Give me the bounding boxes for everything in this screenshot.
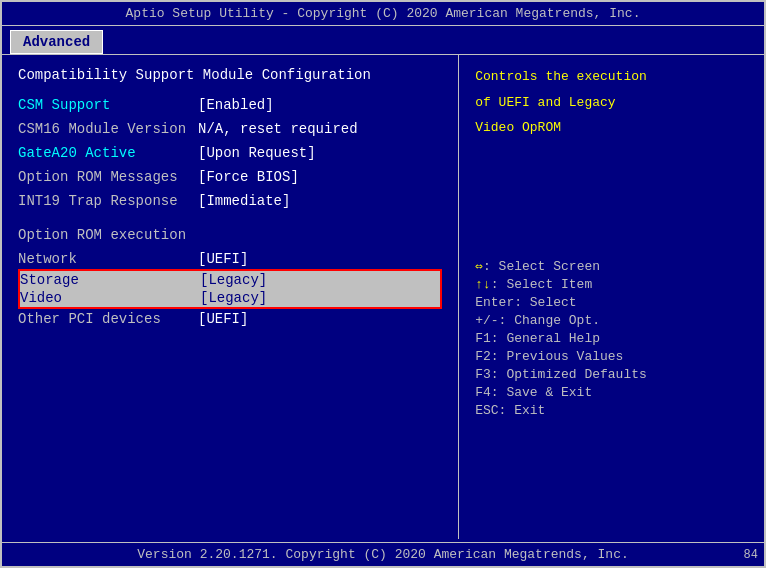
main-layout: Compatibility Support Module Configurati… [2,55,764,539]
gatea20-row[interactable]: GateA20 Active [Upon Request] [18,145,442,161]
tab-bar: Advanced [2,26,764,55]
network-row[interactable]: Network [UEFI] [18,251,442,267]
right-panel: Controls the execution of UEFI and Legac… [459,55,764,539]
tab-advanced[interactable]: Advanced [10,30,103,54]
bios-window: Aptio Setup Utility - Copyright (C) 2020… [0,0,766,568]
shortcut-f3: F3: Optimized Defaults [475,367,748,382]
title-text: Aptio Setup Utility - Copyright (C) 2020… [126,6,641,21]
int19-row[interactable]: INT19 Trap Response [Immediate] [18,193,442,209]
shortcuts-section: ⇔: Select Screen ↑↓: Select Item Enter: … [475,258,748,418]
shortcut-key-2: ↑↓ [475,277,491,292]
title-bar: Aptio Setup Utility - Copyright (C) 2020… [2,2,764,26]
corner-indicator: 84 [744,548,758,562]
shortcut-f1: F1: General Help [475,331,748,346]
other-pci-value: [UEFI] [198,311,248,327]
storage-row[interactable]: Storage [Legacy] [20,271,440,289]
help-line-1: Controls the execution [475,67,748,87]
storage-label: Storage [20,272,200,288]
help-text: Controls the execution of UEFI and Legac… [475,67,748,138]
network-label: Network [18,251,198,267]
csm16-label: CSM16 Module Version [18,121,198,137]
shortcut-select-screen: ⇔: Select Screen [475,258,748,274]
csm16-value: N/A, reset required [198,121,358,137]
section-title: Compatibility Support Module Configurati… [18,67,442,83]
csm16-row: CSM16 Module Version N/A, reset required [18,121,442,137]
shortcut-select-item: ↑↓: Select Item [475,277,748,292]
footer-bar: Version 2.20.1271. Copyright (C) 2020 Am… [2,542,764,566]
shortcut-key-1: ⇔ [475,259,483,274]
option-rom-messages-row[interactable]: Option ROM Messages [Force BIOS] [18,169,442,185]
int19-value: [Immediate] [198,193,290,209]
left-panel: Compatibility Support Module Configurati… [2,55,459,539]
network-value: [UEFI] [198,251,248,267]
option-rom-execution-header: Option ROM execution [18,227,442,243]
video-label: Video [20,290,200,306]
option-rom-messages-label: Option ROM Messages [18,169,198,185]
other-pci-row[interactable]: Other PCI devices [UEFI] [18,311,442,327]
shortcut-f2: F2: Previous Values [475,349,748,364]
gatea20-value: [Upon Request] [198,145,316,161]
highlighted-group: Storage [Legacy] Video [Legacy] [18,269,442,309]
shortcut-esc: ESC: Exit [475,403,748,418]
help-line-2: of UEFI and Legacy [475,93,748,113]
option-rom-messages-value: [Force BIOS] [198,169,299,185]
video-row[interactable]: Video [Legacy] [20,289,440,307]
csm-support-label: CSM Support [18,97,198,113]
footer-text: Version 2.20.1271. Copyright (C) 2020 Am… [137,547,628,562]
shortcut-change-opt: +/-: Change Opt. [475,313,748,328]
csm-support-row[interactable]: CSM Support [Enabled] [18,97,442,113]
video-value: [Legacy] [200,290,267,306]
int19-label: INT19 Trap Response [18,193,198,209]
storage-value: [Legacy] [200,272,267,288]
other-pci-label: Other PCI devices [18,311,198,327]
shortcut-enter: Enter: Select [475,295,748,310]
help-line-3: Video OpROM [475,118,748,138]
shortcut-f4: F4: Save & Exit [475,385,748,400]
csm-support-value: [Enabled] [198,97,274,113]
gatea20-label: GateA20 Active [18,145,198,161]
